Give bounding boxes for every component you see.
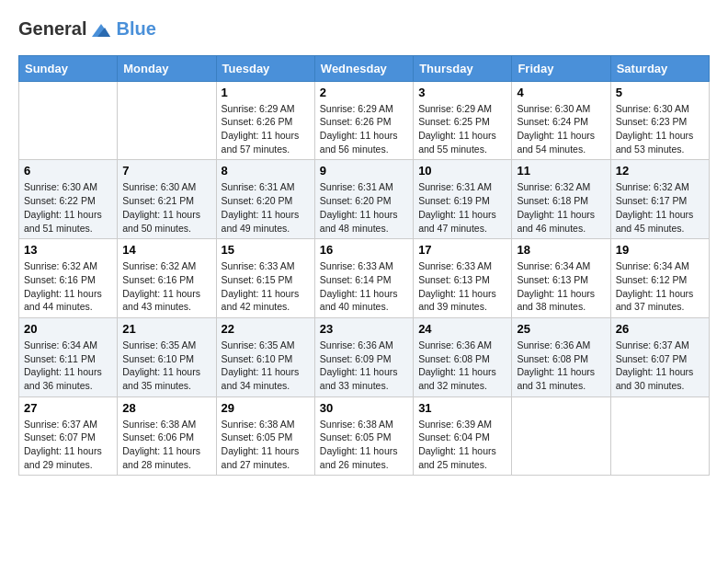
day-number: 25 bbox=[517, 322, 605, 336]
logo-text: General bbox=[18, 18, 114, 40]
day-number: 1 bbox=[222, 86, 310, 99]
day-number: 27 bbox=[24, 401, 112, 415]
calendar-cell: 8Sunrise: 6:31 AMSunset: 6:20 PMDaylight… bbox=[216, 160, 314, 239]
day-info: Sunrise: 6:32 AMSunset: 6:16 PMDaylight:… bbox=[24, 259, 112, 314]
calendar-cell: 21Sunrise: 6:35 AMSunset: 6:10 PMDayligh… bbox=[118, 317, 216, 396]
day-number: 7 bbox=[122, 164, 210, 178]
calendar-cell: 31Sunrise: 6:39 AMSunset: 6:04 PMDayligh… bbox=[414, 396, 512, 476]
day-info: Sunrise: 6:34 AMSunset: 6:13 PMDaylight:… bbox=[517, 259, 605, 314]
day-number: 13 bbox=[24, 243, 112, 257]
day-info: Sunrise: 6:29 AMSunset: 6:26 PMDaylight:… bbox=[320, 102, 408, 156]
day-info: Sunrise: 6:38 AMSunset: 6:05 PMDaylight:… bbox=[320, 418, 408, 472]
day-number: 28 bbox=[122, 401, 210, 415]
calendar-cell: 2Sunrise: 6:29 AMSunset: 6:26 PMDaylight… bbox=[314, 81, 413, 160]
day-info: Sunrise: 6:34 AMSunset: 6:11 PMDaylight:… bbox=[24, 339, 112, 393]
calendar-table: SundayMondayTuesdayWednesdayThursdayFrid… bbox=[18, 55, 710, 477]
day-number: 10 bbox=[418, 164, 506, 178]
day-number: 26 bbox=[616, 322, 704, 336]
calendar-cell: 26Sunrise: 6:37 AMSunset: 6:07 PMDayligh… bbox=[610, 317, 709, 396]
day-number: 19 bbox=[616, 243, 704, 257]
day-info: Sunrise: 6:38 AMSunset: 6:06 PMDaylight:… bbox=[122, 418, 210, 472]
day-info: Sunrise: 6:35 AMSunset: 6:10 PMDaylight:… bbox=[122, 339, 210, 393]
day-number: 29 bbox=[222, 401, 310, 415]
calendar-cell: 16Sunrise: 6:33 AMSunset: 6:14 PMDayligh… bbox=[314, 239, 413, 318]
calendar-cell: 14Sunrise: 6:32 AMSunset: 6:16 PMDayligh… bbox=[118, 239, 216, 318]
day-info: Sunrise: 6:33 AMSunset: 6:13 PMDaylight:… bbox=[418, 259, 506, 314]
calendar-cell bbox=[610, 396, 709, 476]
day-number: 20 bbox=[24, 322, 112, 336]
day-info: Sunrise: 6:31 AMSunset: 6:19 PMDaylight:… bbox=[418, 180, 506, 235]
calendar-cell: 28Sunrise: 6:38 AMSunset: 6:06 PMDayligh… bbox=[118, 396, 216, 476]
calendar-cell: 4Sunrise: 6:30 AMSunset: 6:24 PMDaylight… bbox=[512, 81, 610, 160]
calendar-cell: 17Sunrise: 6:33 AMSunset: 6:13 PMDayligh… bbox=[414, 239, 512, 318]
calendar-cell: 25Sunrise: 6:36 AMSunset: 6:08 PMDayligh… bbox=[512, 317, 610, 396]
day-info: Sunrise: 6:39 AMSunset: 6:04 PMDaylight:… bbox=[418, 418, 506, 472]
day-header-saturday: Saturday bbox=[610, 55, 709, 81]
day-number: 16 bbox=[320, 243, 408, 257]
page-header: General Blue bbox=[18, 18, 710, 40]
day-info: Sunrise: 6:36 AMSunset: 6:08 PMDaylight:… bbox=[517, 339, 605, 393]
day-number: 8 bbox=[222, 164, 310, 178]
calendar-cell: 3Sunrise: 6:29 AMSunset: 6:25 PMDaylight… bbox=[414, 81, 512, 160]
day-header-wednesday: Wednesday bbox=[314, 55, 413, 81]
calendar-week-2: 6Sunrise: 6:30 AMSunset: 6:22 PMDaylight… bbox=[19, 160, 710, 239]
day-info: Sunrise: 6:30 AMSunset: 6:21 PMDaylight:… bbox=[122, 180, 210, 235]
day-header-tuesday: Tuesday bbox=[216, 55, 314, 81]
day-header-friday: Friday bbox=[512, 55, 610, 81]
logo: General Blue bbox=[18, 18, 156, 40]
day-number: 23 bbox=[320, 322, 408, 336]
calendar-cell: 5Sunrise: 6:30 AMSunset: 6:23 PMDaylight… bbox=[610, 81, 709, 160]
day-info: Sunrise: 6:30 AMSunset: 6:22 PMDaylight:… bbox=[24, 180, 112, 235]
calendar-cell: 20Sunrise: 6:34 AMSunset: 6:11 PMDayligh… bbox=[19, 317, 118, 396]
day-info: Sunrise: 6:32 AMSunset: 6:17 PMDaylight:… bbox=[616, 180, 704, 235]
calendar-header-row: SundayMondayTuesdayWednesdayThursdayFrid… bbox=[19, 55, 710, 81]
calendar-cell: 1Sunrise: 6:29 AMSunset: 6:26 PMDaylight… bbox=[216, 81, 314, 160]
day-info: Sunrise: 6:35 AMSunset: 6:10 PMDaylight:… bbox=[222, 339, 310, 393]
logo-icon bbox=[88, 20, 114, 40]
day-info: Sunrise: 6:32 AMSunset: 6:18 PMDaylight:… bbox=[517, 180, 605, 235]
day-number: 3 bbox=[418, 86, 506, 99]
day-header-sunday: Sunday bbox=[19, 55, 118, 81]
calendar-cell: 30Sunrise: 6:38 AMSunset: 6:05 PMDayligh… bbox=[314, 396, 413, 476]
day-number: 2 bbox=[320, 86, 408, 99]
calendar-cell: 22Sunrise: 6:35 AMSunset: 6:10 PMDayligh… bbox=[216, 317, 314, 396]
logo-blue: Blue bbox=[116, 18, 155, 40]
day-info: Sunrise: 6:33 AMSunset: 6:14 PMDaylight:… bbox=[320, 259, 408, 314]
calendar-cell bbox=[19, 81, 118, 160]
calendar-cell: 19Sunrise: 6:34 AMSunset: 6:12 PMDayligh… bbox=[610, 239, 709, 318]
day-info: Sunrise: 6:37 AMSunset: 6:07 PMDaylight:… bbox=[616, 339, 704, 393]
day-number: 21 bbox=[122, 322, 210, 336]
day-number: 12 bbox=[616, 164, 704, 178]
calendar-cell: 23Sunrise: 6:36 AMSunset: 6:09 PMDayligh… bbox=[314, 317, 413, 396]
day-info: Sunrise: 6:31 AMSunset: 6:20 PMDaylight:… bbox=[222, 180, 310, 235]
day-info: Sunrise: 6:32 AMSunset: 6:16 PMDaylight:… bbox=[122, 259, 210, 314]
calendar-cell: 15Sunrise: 6:33 AMSunset: 6:15 PMDayligh… bbox=[216, 239, 314, 318]
calendar-week-1: 1Sunrise: 6:29 AMSunset: 6:26 PMDaylight… bbox=[19, 81, 710, 160]
calendar-cell bbox=[512, 396, 610, 476]
day-header-monday: Monday bbox=[118, 55, 216, 81]
day-info: Sunrise: 6:38 AMSunset: 6:05 PMDaylight:… bbox=[222, 418, 310, 472]
calendar-cell: 27Sunrise: 6:37 AMSunset: 6:07 PMDayligh… bbox=[19, 396, 118, 476]
day-number: 9 bbox=[320, 164, 408, 178]
calendar-cell bbox=[118, 81, 216, 160]
calendar-cell: 10Sunrise: 6:31 AMSunset: 6:19 PMDayligh… bbox=[414, 160, 512, 239]
day-number: 22 bbox=[222, 322, 310, 336]
day-info: Sunrise: 6:31 AMSunset: 6:20 PMDaylight:… bbox=[320, 180, 408, 235]
day-info: Sunrise: 6:34 AMSunset: 6:12 PMDaylight:… bbox=[616, 259, 704, 314]
day-number: 31 bbox=[418, 401, 506, 415]
calendar-week-4: 20Sunrise: 6:34 AMSunset: 6:11 PMDayligh… bbox=[19, 317, 710, 396]
day-info: Sunrise: 6:36 AMSunset: 6:09 PMDaylight:… bbox=[320, 339, 408, 393]
day-header-thursday: Thursday bbox=[414, 55, 512, 81]
day-number: 30 bbox=[320, 401, 408, 415]
calendar-cell: 9Sunrise: 6:31 AMSunset: 6:20 PMDaylight… bbox=[314, 160, 413, 239]
calendar-cell: 11Sunrise: 6:32 AMSunset: 6:18 PMDayligh… bbox=[512, 160, 610, 239]
calendar-cell: 7Sunrise: 6:30 AMSunset: 6:21 PMDaylight… bbox=[118, 160, 216, 239]
calendar-week-5: 27Sunrise: 6:37 AMSunset: 6:07 PMDayligh… bbox=[19, 396, 710, 476]
calendar-cell: 6Sunrise: 6:30 AMSunset: 6:22 PMDaylight… bbox=[19, 160, 118, 239]
day-number: 24 bbox=[418, 322, 506, 336]
calendar-week-3: 13Sunrise: 6:32 AMSunset: 6:16 PMDayligh… bbox=[19, 239, 710, 318]
day-number: 17 bbox=[418, 243, 506, 257]
day-info: Sunrise: 6:29 AMSunset: 6:26 PMDaylight:… bbox=[222, 102, 310, 156]
day-number: 14 bbox=[122, 243, 210, 257]
day-info: Sunrise: 6:33 AMSunset: 6:15 PMDaylight:… bbox=[222, 259, 310, 314]
